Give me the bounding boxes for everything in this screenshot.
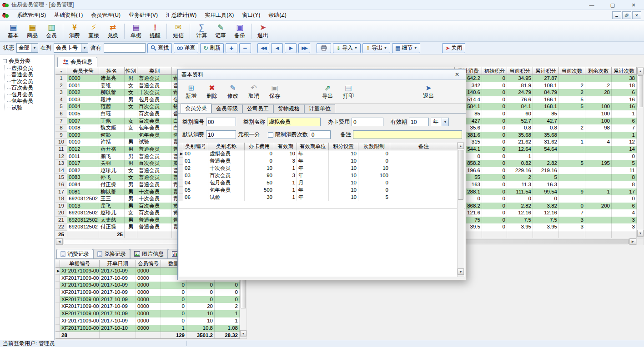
toolbar-button[interactable]: ⚡ 直接	[84, 22, 103, 41]
table-row[interactable]: 04 包月会员 50 1 月 10 0	[179, 179, 465, 187]
col-header-points-setting[interactable]: 积分设置	[329, 143, 358, 150]
toolbar-button[interactable]: ! 提醒	[146, 22, 165, 41]
valid-unit-combo[interactable]: 年▼	[431, 118, 449, 126]
col-header-name[interactable]: 姓名	[99, 67, 125, 75]
toolbar-button[interactable]	[122, 23, 126, 40]
fee-input[interactable]	[352, 118, 383, 126]
dialog-toolbar-button[interactable]: ⇗ 导出	[317, 81, 338, 102]
dialog-toolbar-button[interactable]: ⊞ 新增	[181, 81, 201, 102]
toolbar-button[interactable]	[249, 23, 253, 40]
table-row[interactable]: 02 十次会员 10 1 年 10 10	[179, 165, 465, 172]
scroll-right-icon[interactable]: ▶	[629, 238, 636, 245]
tab-member-grade[interactable]: 会员等级	[211, 104, 242, 113]
refresh-button[interactable]: ↻ 刷新	[200, 43, 224, 53]
table-row[interactable]: ▶ 00 虚拟会员 0 10 年 10 0	[179, 150, 465, 158]
minimize-button[interactable]: —	[581, 0, 602, 10]
nav-prev-button[interactable]: ◀	[271, 43, 283, 53]
toolbar-button[interactable]: ▤ 单据	[126, 22, 146, 41]
tab-company-staff[interactable]: 公司员工	[242, 104, 273, 113]
col-header-total-times[interactable]: 累计次数	[612, 67, 637, 75]
toolbar-button[interactable]: ✉ 短信	[169, 22, 188, 41]
scroll-down-icon[interactable]: ▼	[637, 230, 644, 237]
row-gutter-header[interactable]: ▼	[55, 67, 67, 75]
toolbar-button[interactable]: ⇄ 兑换	[103, 22, 122, 41]
valid-input[interactable]	[409, 118, 429, 126]
inspect-button[interactable]: 详查	[174, 43, 198, 53]
col-header-total-points[interactable]: 累计积分	[533, 67, 559, 75]
find-button[interactable]: 查找	[147, 43, 172, 53]
note-input[interactable]	[353, 130, 462, 139]
scroll-up-icon[interactable]: ▲	[458, 143, 464, 149]
col-header-valid-unit[interactable]: 有效期单位	[297, 143, 329, 150]
limit-times-input[interactable]	[310, 130, 331, 139]
dialog-close-button[interactable]: ✕	[452, 71, 462, 78]
close-view-button[interactable]: ➤ 关闭	[442, 43, 465, 53]
toolbar-button[interactable]: ∑ 计算	[192, 22, 211, 41]
mdi-restore-button[interactable]: 🗗	[622, 11, 631, 19]
col-header-fee[interactable]: 办卡费用	[245, 143, 274, 150]
category-grid-vscrollbar[interactable]: ▲ ▼	[457, 142, 464, 277]
maximize-button[interactable]: ▢	[602, 0, 623, 10]
search-input[interactable]	[104, 43, 146, 53]
table-row[interactable]: XF20171009-0006 2017-10-09 0000 0 20 2	[55, 303, 240, 310]
nav-first-button[interactable]: ◀◀	[257, 43, 269, 53]
table-row[interactable]: XF20171009-0005 2017-10-09 0000 0 0 0	[55, 296, 240, 303]
scroll-down-icon[interactable]: ▼	[458, 268, 464, 275]
col-header-member-no[interactable]: 会员编号	[136, 260, 161, 268]
menu-item[interactable]: 实用工具(X)	[201, 10, 238, 20]
toolbar-button[interactable]: ✎ 记事	[211, 22, 230, 41]
table-row[interactable]: XF20171009-0008 2017-10-09 0000 0 10 1	[55, 317, 240, 325]
menu-item[interactable]: 业务处理(V)	[125, 10, 162, 20]
dialog-toolbar-button[interactable]: ➤ 退出	[418, 81, 439, 102]
col-header-bill-date[interactable]: 开单日期	[100, 260, 136, 268]
dialog-toolbar-button[interactable]: ✖ 删除	[201, 81, 222, 102]
tree-collapse-icon[interactable]: −	[3, 59, 7, 63]
menu-item[interactable]: 系统管理(S)	[13, 10, 50, 20]
menu-item[interactable]: 窗口(Y)	[238, 10, 264, 20]
menu-item[interactable]: 基础资料(T)	[50, 10, 87, 20]
toolbar-button[interactable]: ▣ 备份	[230, 22, 249, 41]
tab-consume-records[interactable]: 消费记录	[56, 249, 93, 258]
mdi-close-button[interactable]: ✕	[632, 11, 641, 19]
scroll-down-icon[interactable]: ▼	[240, 330, 247, 337]
col-header-type-no[interactable]: 类别编号	[183, 143, 208, 150]
col-header-current-times[interactable]: 当前次数	[559, 67, 585, 75]
toolbar-button[interactable]: ▤ 基本	[4, 22, 23, 41]
dialog-toolbar-button[interactable]: ▣ 保存	[264, 81, 285, 102]
tab-member-info[interactable]: 会员信息	[57, 57, 97, 67]
dialog-toolbar-button[interactable]	[359, 81, 418, 102]
col-header-type[interactable]: 类别	[137, 67, 172, 75]
table-row[interactable]: 06 试验 30 1 年 10 5	[179, 194, 465, 201]
table-row[interactable]: 03 百次会员 90 3 年 10 100	[179, 172, 465, 179]
type-no-input[interactable]	[206, 118, 236, 126]
dialog-toolbar-button[interactable]: ↶ 取消	[243, 81, 264, 102]
print-button[interactable]	[317, 43, 331, 53]
scroll-thumb[interactable]	[458, 150, 463, 200]
table-row[interactable]: XF20171010-0002 2017-10-10 0000 1 10.8 1…	[55, 325, 240, 332]
tree-item[interactable]: 试验	[5, 104, 54, 111]
import-button[interactable]: ⇓ 导入 ▼	[333, 43, 361, 53]
close-button[interactable]: ✕	[623, 0, 644, 10]
toolbar-button[interactable]	[61, 23, 65, 40]
nav-last-button[interactable]: ▶▶	[298, 43, 310, 53]
toolbar-button[interactable]: ▦ 商品	[23, 22, 42, 41]
table-row[interactable]: 01 普通会员 0 3 年 10 0	[179, 158, 465, 165]
toolbar-button[interactable]	[165, 23, 169, 40]
toolbar-button[interactable]: ¥ 消费	[65, 22, 84, 41]
member-table-vscrollbar[interactable]: ▲ ▼	[637, 67, 644, 238]
col-header-current-points[interactable]: 当前积分	[507, 67, 533, 75]
col-header-type-name[interactable]: 类别名称	[208, 143, 245, 150]
detail-button[interactable]: ▦ 细节 ▼	[392, 43, 420, 53]
tab-goods-spec[interactable]: 货物规格	[273, 104, 304, 113]
dialog-toolbar-button[interactable]: ▤ 打印	[338, 81, 359, 102]
col-header-valid[interactable]: 有效期	[274, 143, 297, 150]
table-row[interactable]: XF20171009-0003 2017-10-09 0000 0 0 0	[55, 282, 240, 289]
col-header-note[interactable]: 备注	[390, 143, 458, 150]
default-consume-input[interactable]	[206, 130, 236, 139]
col-header-bill-no[interactable]: 单据编号	[60, 260, 100, 268]
dialog-toolbar-button[interactable]	[285, 81, 317, 102]
type-name-input[interactable]	[267, 118, 321, 126]
table-row[interactable]: XF20171009-0007 2017-10-09 0000 0 10 1	[55, 310, 240, 317]
mdi-minimize-button[interactable]: 🗕	[612, 11, 621, 19]
menu-item[interactable]: 汇总统计(W)	[162, 10, 201, 20]
